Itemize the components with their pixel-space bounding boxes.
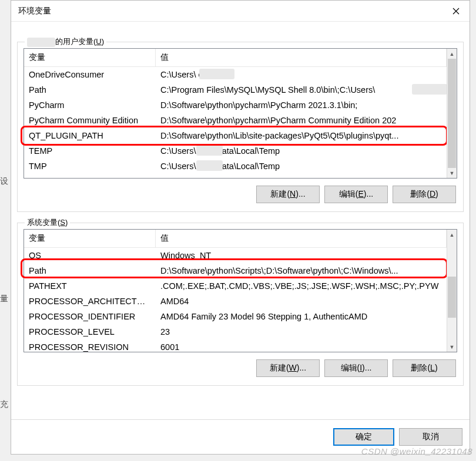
close-icon — [452, 8, 460, 15]
col-variable[interactable]: 变量 — [24, 49, 156, 66]
table-row[interactable]: PyCharmD:\Software\python\pycharm\PyChar… — [24, 97, 447, 113]
scroll-up-icon[interactable]: ▲ — [447, 230, 457, 240]
cancel-button[interactable]: 取消 — [399, 428, 462, 446]
system-edit-button[interactable]: 编辑(I)... — [324, 359, 388, 377]
table-row[interactable]: TEMPC:\Users\ \AppData\Local\Temp — [24, 143, 447, 159]
table-row[interactable]: PATHEXT.COM;.EXE;.BAT;.CMD;.VBS;.VBE;.JS… — [24, 278, 447, 294]
watermark: CSDN @weixin_42231048 — [361, 446, 472, 456]
user-vars-scrollbar[interactable]: ▲ ▼ — [447, 49, 457, 178]
table-row[interactable]: PROCESSOR_ARCHITECTUREAMD64 — [24, 294, 447, 309]
table-row[interactable]: PROCESSOR_REVISION6001 — [24, 339, 447, 355]
system-vars-legend: 系统变量(S) — [25, 217, 70, 228]
user-edit-button[interactable]: 编辑(E)... — [324, 186, 388, 203]
system-vars-group: 系统变量(S) 变量 值 OSWindows_NT PathD:\Softwar… — [17, 223, 464, 386]
user-vars-header: 变量 值 — [24, 49, 447, 67]
ok-button[interactable]: 确定 — [333, 428, 394, 446]
user-vars-list[interactable]: 变量 值 OneDriveConsumerC:\Users\ eDrive Pa… — [24, 48, 457, 179]
system-delete-button[interactable]: 删除(L) — [393, 359, 456, 377]
system-vars-list[interactable]: 变量 值 OSWindows_NT PathD:\Software\python… — [24, 229, 457, 352]
env-vars-dialog: 环境变量 的用户变量(U) 变量 值 OneDriveConsumerC:\Us… — [11, 0, 470, 455]
scroll-up-icon[interactable]: ▲ — [447, 49, 457, 59]
system-new-button[interactable]: 新建(W)... — [256, 359, 320, 377]
table-row[interactable]: PyCharm Community EditionD:\Software\pyt… — [24, 113, 447, 128]
close-button[interactable] — [443, 1, 470, 22]
system-vars-body: OSWindows_NT PathD:\Software\python\Scri… — [24, 248, 447, 355]
title-bar: 环境变量 — [11, 1, 470, 22]
user-delete-button[interactable]: 删除(D) — [393, 186, 456, 203]
table-row[interactable]: PathD:\Software\python\Scripts\;D:\Softw… — [24, 263, 447, 278]
user-new-button[interactable]: 新建(N)... — [256, 186, 320, 203]
user-vars-body: OneDriveConsumerC:\Users\ eDrive PathC:\… — [24, 67, 447, 174]
table-row[interactable]: PathC:\Program Files\MySQL\MySQL Shell 8… — [24, 82, 447, 97]
col-variable[interactable]: 变量 — [24, 230, 156, 247]
scroll-down-icon[interactable]: ▼ — [447, 168, 457, 178]
user-vars-legend: 的用户变量(U) — [25, 36, 106, 47]
table-row[interactable]: OSWindows_NT — [24, 248, 447, 263]
table-row[interactable]: PROCESSOR_IDENTIFIERAMD64 Family 23 Mode… — [24, 309, 447, 324]
table-row[interactable]: QT_PLUGIN_PATHD:\Software\python\Lib\sit… — [24, 128, 447, 143]
system-vars-header: 变量 值 — [24, 230, 447, 248]
table-row[interactable]: TMPC:\Users\ \AppData\Local\Temp — [24, 159, 447, 174]
table-row[interactable]: PROCESSOR_LEVEL23 — [24, 324, 447, 339]
col-value[interactable]: 值 — [156, 230, 447, 247]
user-vars-group: 的用户变量(U) 变量 值 OneDriveConsumerC:\Users\ … — [17, 42, 464, 212]
table-row[interactable]: OneDriveConsumerC:\Users\ eDrive — [24, 67, 447, 82]
col-value[interactable]: 值 — [156, 49, 447, 66]
window-title: 环境变量 — [18, 6, 51, 16]
scroll-down-icon[interactable]: ▼ — [447, 342, 457, 352]
system-vars-scrollbar[interactable]: ▲ ▼ — [447, 230, 457, 352]
